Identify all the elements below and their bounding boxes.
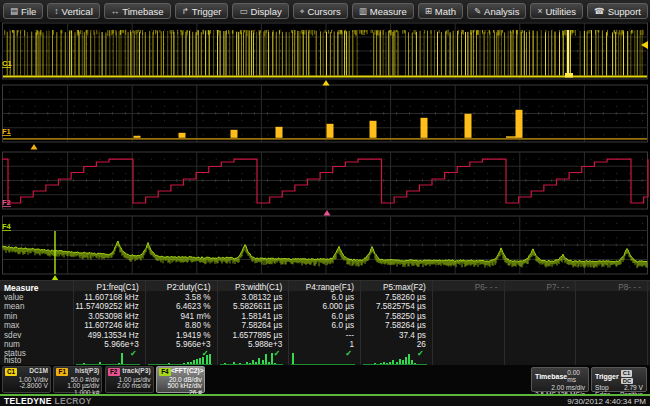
cursors-icon: ⌖ [300,7,305,16]
histo-bin [389,362,391,364]
descriptor-c1[interactable]: C1DC1M1.00 V/div-2.8000 V [2,366,51,393]
trigger-mode: Stop [595,384,609,391]
timebase-delay: 0.00 ms [567,369,585,384]
measure-row-label-min: min [4,312,17,321]
trigger-source-chip: C1 [621,370,632,377]
descriptor-header: F2track(P3) [108,368,151,376]
status-check-icon: ✓ [145,348,209,358]
menu-label: File [21,6,36,17]
measure-row-label-value: value [4,293,24,302]
measure-column-header[interactable]: P3:width(C1) [217,283,283,292]
status-check-icon: ✓ [73,348,137,358]
grid-4 [3,216,649,274]
histo-bin [265,354,267,364]
measure-column-header[interactable]: P7- - - [504,283,570,292]
menu-button-analysis[interactable]: ✎Analysis [467,3,527,19]
f2-offset-marker[interactable] [324,210,331,216]
channel-label-c1[interactable]: C1 [2,59,12,68]
histo-bin [99,362,101,364]
menu-button-timebase[interactable]: ↔Timebase [104,3,171,19]
timebase-descriptor[interactable]: Timebase 0.00 ms 2.00 ms/div 2.5 MS 125 … [531,367,589,392]
channel-badge-c1: C1 [5,368,17,376]
channel-badge-f1: F1 [56,368,68,376]
histo-bin [386,363,388,364]
menu-label: Math [435,6,456,17]
status-check-icon: ✓ [288,348,352,358]
menu-button-display[interactable]: ▭Display [232,3,288,19]
histo-bin [209,354,211,364]
menu-button-support[interactable]: ☎Support [587,3,648,19]
f1-offset-marker[interactable] [31,144,38,150]
descriptor-header: F4<FFT(C2)> [159,368,202,376]
measure-cell: 11.57409252 kHz [73,302,139,311]
histo-bin [380,363,382,364]
measure-row-label-mean: mean [4,302,24,311]
measure-cell: 7.58264 µs [217,321,283,330]
descriptor-title: hist(P3) [75,368,99,375]
trigger-descriptor[interactable]: Trigger C1 DC Stop 2.79 V Edge Positive [591,367,647,392]
measure-cell: 3.08132 µs [217,293,283,302]
measure-cell: 1.9419 % [145,331,211,340]
measure-row-label-max: max [4,321,19,330]
menu-button-file[interactable]: ▤File [3,3,43,19]
histo-bin [411,360,413,364]
svg-text:F2: F2 [2,198,11,207]
descriptor-header: C1DC1M [5,368,48,376]
histo-bin [118,363,120,364]
histo-bin [255,362,257,364]
channel-badge-f2: F2 [108,368,120,376]
measure-cell: 6.0 µs [288,321,354,330]
measure-column-header[interactable]: P2:duty(C1) [145,283,211,292]
measure-column-header[interactable]: P4:range(F1) [288,283,354,292]
descriptor-f2[interactable]: F2track(P3)1.00 µs/div2.00 ms/div [105,366,154,393]
descriptor-header: F1hist(P3) [56,368,99,376]
column-separator [647,281,648,366]
menu-button-cursors[interactable]: ⌖Cursors [293,3,348,19]
menu-button-vertical[interactable]: ↕Vertical [47,3,99,19]
channel-label-f2[interactable]: F2 [2,198,11,207]
histo-bin [233,362,235,364]
menu-button-utilities[interactable]: ×Utilities [530,3,583,19]
menu-button-trigger[interactable]: ↱Trigger [175,3,229,19]
timebase-scale: 2.00 ms/div [551,384,585,391]
menu-button-measure[interactable]: ▥Measure [352,3,414,19]
channel-label-f1[interactable]: F1 [2,127,11,136]
menu-label: Measure [370,6,407,17]
datetime: 9/30/2012 4:40:34 PM [567,397,646,406]
histo-bin [224,363,226,364]
measure-column-header[interactable]: P8- - - [575,283,641,292]
measure-column-header[interactable]: P6- - - [432,283,498,292]
trigger-icon: ↱ [182,7,189,16]
utilities-icon: × [537,7,542,16]
histo-bin [262,360,264,364]
measure-cell: 3.053098 kHz [73,312,139,321]
histo-bin [202,357,204,364]
histo-bin [383,362,385,364]
histo-bin [121,353,123,364]
histo-bin [206,355,208,364]
menu-bar: ▤File↕Vertical↔Timebase↱Trigger▭Display⌖… [0,0,650,22]
histo-bin [396,362,398,364]
descriptor-bar: Timebase 0.00 ms 2.00 ms/div 2.5 MS 125 … [0,365,650,394]
measure-cell: 11.607168 kHz [73,293,139,302]
histo-bin [190,362,192,364]
menu-label: Support [608,6,641,17]
measure-cell: 7.5825754 µs [360,302,426,311]
descriptor-f4[interactable]: F4<FFT(C2)>20.0 dB/div500 kHz/div26 # [156,366,205,393]
measure-cell: 8.80 % [145,321,211,330]
menu-button-math[interactable]: ⊞Math [418,3,463,19]
c1-trigger-time-marker[interactable] [323,80,330,86]
menu-label: Vertical [62,6,93,17]
measure-cell: 6.000 µs [288,302,354,311]
measure-cell: 6.4623 % [145,302,211,311]
histo-bin [83,363,85,364]
measure-column-header[interactable]: P5:max(F2) [360,283,426,292]
measure-row-label-histo: histo [4,356,21,365]
column-separator [575,281,576,366]
descriptor-f1[interactable]: F1hist(P3)50.0 #/div1.00 µs/div1.000 k# [53,366,102,393]
grid-3 [3,152,649,209]
measure-column-header[interactable]: P1:freq(C1) [73,283,139,292]
channel-label-f4[interactable]: F4 [2,222,12,231]
menu-label: Trigger [192,6,222,17]
histo-bin [271,353,273,364]
